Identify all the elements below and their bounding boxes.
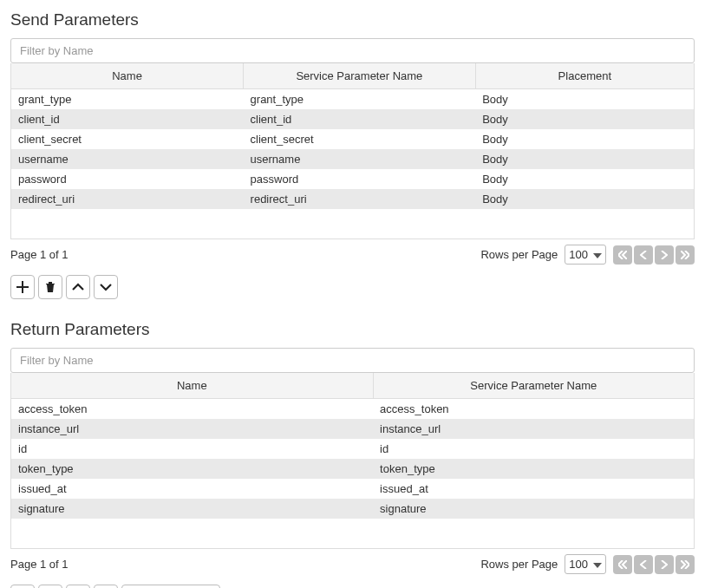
table-row[interactable]: usernameusernameBody <box>11 149 694 169</box>
move-down-button[interactable] <box>94 275 118 299</box>
table-row[interactable]: client_idclient_idBody <box>11 109 694 129</box>
chevron-up-icon <box>72 283 84 291</box>
table-row[interactable]: idid <box>11 439 694 459</box>
rows-per-page-label: Rows per Page <box>480 248 558 261</box>
table-row[interactable]: redirect_uriredirect_uriBody <box>11 189 694 209</box>
send-parameters-section: Send Parameters Name Service Parameter N… <box>10 10 695 299</box>
table-row[interactable]: access_tokenaccess_token <box>11 399 694 420</box>
send-filter-input[interactable] <box>10 38 695 63</box>
return-filter-input[interactable] <box>10 348 695 373</box>
table-row[interactable]: token_typetoken_type <box>11 459 694 479</box>
prev-page-button[interactable] <box>634 555 653 574</box>
return-parameters-section: Return Parameters Name Service Parameter… <box>10 320 695 588</box>
page-label: Page 1 of 1 <box>10 248 69 261</box>
send-pager: Page 1 of 1 Rows per Page 100 <box>10 245 695 265</box>
prev-page-button[interactable] <box>634 245 653 265</box>
return-pager: Page 1 of 1 Rows per Page 100 <box>10 554 695 574</box>
next-page-button[interactable] <box>655 555 674 574</box>
send-header-row: Name Service Parameter Name Placement <box>11 63 694 89</box>
move-up-button[interactable] <box>66 275 90 299</box>
delete-button[interactable] <box>38 275 62 299</box>
last-page-button[interactable] <box>676 555 695 574</box>
table-row[interactable]: grant_typegrant_typeBody <box>11 89 694 110</box>
table-row[interactable]: signaturesignature <box>11 499 694 519</box>
add-button[interactable] <box>10 585 35 588</box>
chevron-down-icon <box>593 249 602 261</box>
send-toolbar <box>10 275 695 299</box>
trash-icon <box>44 281 56 293</box>
pager-nav <box>613 555 695 574</box>
first-page-button[interactable] <box>613 555 632 574</box>
col-service[interactable]: Service Parameter Name <box>244 63 476 89</box>
move-up-button[interactable] <box>66 585 90 588</box>
col-placement[interactable]: Placement <box>475 63 694 89</box>
col-name[interactable]: Name <box>11 63 244 89</box>
return-parameters-title: Return Parameters <box>10 320 695 339</box>
return-header-row: Name Service Parameter Name <box>11 373 694 399</box>
table-row[interactable]: instance_urlinstance_url <box>11 419 694 439</box>
table-row[interactable]: client_secretclient_secretBody <box>11 129 694 149</box>
table-row[interactable]: passwordpasswordBody <box>11 169 694 189</box>
send-table: Name Service Parameter Name Placement gr… <box>10 63 695 239</box>
col-service[interactable]: Service Parameter Name <box>373 373 694 399</box>
pager-nav <box>613 245 695 265</box>
table-row[interactable]: issued_atissued_at <box>11 479 694 499</box>
return-table: Name Service Parameter Name access_token… <box>10 373 695 549</box>
last-page-button[interactable] <box>676 245 695 265</box>
rows-per-page-label: Rows per Page <box>480 558 558 571</box>
rows-per-page-select[interactable]: 100 <box>565 554 606 574</box>
move-down-button[interactable] <box>94 585 118 588</box>
add-button[interactable] <box>10 275 35 299</box>
return-toolbar: Auto Complete <box>10 585 695 588</box>
col-name[interactable]: Name <box>11 373 373 399</box>
send-parameters-title: Send Parameters <box>10 10 695 29</box>
page-label: Page 1 of 1 <box>10 558 69 571</box>
auto-complete-button[interactable]: Auto Complete <box>121 585 220 588</box>
delete-button[interactable] <box>38 585 62 588</box>
first-page-button[interactable] <box>613 245 632 265</box>
rows-per-page-select[interactable]: 100 <box>565 245 606 265</box>
empty-row <box>11 519 694 548</box>
plus-icon <box>16 281 29 293</box>
chevron-down-icon <box>100 283 112 291</box>
chevron-down-icon <box>593 559 602 571</box>
empty-row <box>11 209 694 238</box>
next-page-button[interactable] <box>655 245 674 265</box>
